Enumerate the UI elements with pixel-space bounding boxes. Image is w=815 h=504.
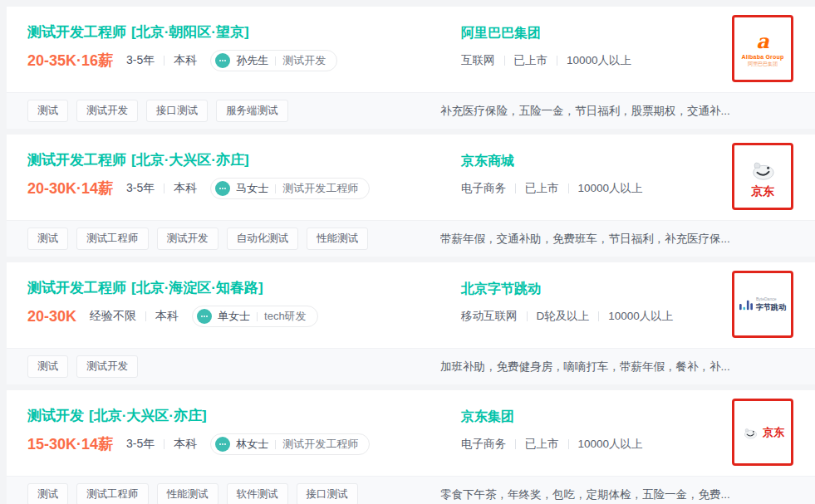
- recruiter-pill[interactable]: 马女士 测试开发工程师: [210, 178, 370, 199]
- divider: [557, 56, 557, 66]
- bytedance-logo-icon: ByteDance 字节跳动: [739, 296, 786, 313]
- company-logo-bytedance[interactable]: ByteDance 字节跳动: [732, 271, 793, 338]
- job-card[interactable]: 测试开发[北京·大兴区·亦庄] 15-30K·14薪 3-5年 本科 林女士 测…: [7, 390, 815, 504]
- skill-tag[interactable]: 测试: [27, 355, 68, 378]
- skill-tag[interactable]: 接口测试: [146, 100, 208, 122]
- job-title-link[interactable]: 测试开发[北京·大兴区·亦庄]: [27, 406, 461, 426]
- education-text: 本科: [174, 53, 197, 68]
- skill-tag[interactable]: 测试工程师: [76, 228, 149, 250]
- recruiter-pill[interactable]: 林女士 测试开发工程师: [210, 433, 370, 455]
- job-title: 测试开发工程师: [27, 24, 126, 40]
- job-location: [北京·大兴区·亦庄]: [89, 408, 207, 423]
- alibaba-logo-subtext: 阿里巴巴集团: [748, 61, 778, 66]
- company-size: 10000人以上: [567, 53, 631, 68]
- skill-tag[interactable]: 性能测试: [157, 483, 218, 504]
- education-text: 本科: [174, 181, 197, 196]
- benefits-text: 补充医疗保险，五险一金，节日福利，股票期权，交通补...: [440, 104, 815, 119]
- company-size: 10000人以上: [608, 309, 673, 324]
- divider: [568, 439, 569, 449]
- job-title-link[interactable]: 测试开发工程师[北京·朝阳区·望京]: [27, 22, 461, 42]
- divider: [275, 56, 276, 66]
- skill-tags: 测试 测试开发: [27, 355, 440, 378]
- divider: [145, 311, 146, 321]
- experience-text: 3-5年: [126, 181, 155, 196]
- salary-text: 20-30K·14薪: [27, 179, 113, 198]
- job-title-link[interactable]: 测试开发工程师[北京·海淀区·知春路]: [27, 278, 461, 298]
- salary-text: 20-30K: [27, 308, 76, 325]
- bytedance-logo-en-text: ByteDance: [756, 296, 776, 301]
- job-card[interactable]: 测试开发工程师[北京·大兴区·亦庄] 20-30K·14薪 3-5年 本科 马女…: [7, 135, 815, 257]
- education-text: 本科: [155, 309, 179, 324]
- job-location: [北京·海淀区·知春路]: [131, 280, 263, 296]
- company-industry: 电子商务: [461, 181, 506, 196]
- job-location: [北京·大兴区·亦庄]: [131, 152, 249, 168]
- jd-logo-icon: 京东: [741, 425, 784, 440]
- skill-tag[interactable]: 测试: [27, 228, 68, 250]
- skill-tags: 测试 测试工程师 测试开发 自动化测试 性能测试: [27, 228, 440, 250]
- company-stage: 已上市: [525, 437, 559, 452]
- benefits-text: 加班补助，免费健身房，嘀嘀打车，带薪年假，餐补，补...: [440, 360, 815, 374]
- skill-tag[interactable]: 测试开发: [76, 355, 138, 378]
- job-card[interactable]: 测试开发工程师[北京·朝阳区·望京] 20-35K·16薪 3-5年 本科 孙先…: [7, 7, 815, 129]
- recruiter-pill[interactable]: 孙先生 测试开发: [210, 50, 337, 71]
- skill-tag[interactable]: 性能测试: [307, 228, 368, 250]
- divider: [275, 440, 276, 449]
- skill-tag[interactable]: 软件测试: [227, 483, 288, 504]
- recruiter-name: 孙先生: [236, 53, 268, 68]
- company-stage: 已上市: [514, 53, 548, 68]
- company-name-link[interactable]: 京东集团: [461, 408, 514, 426]
- company-logo-alibaba[interactable]: a Alibaba Group 阿里巴巴集团: [732, 15, 793, 82]
- company-industry: 移动互联网: [461, 309, 518, 324]
- recruiter-avatar-icon: [215, 181, 230, 196]
- skill-tag[interactable]: 接口测试: [297, 483, 358, 504]
- skill-tag[interactable]: 测试工程师: [76, 483, 149, 504]
- company-name-link[interactable]: 北京字节跳动: [461, 280, 541, 298]
- company-stage: D轮及以上: [537, 309, 590, 324]
- skill-tag[interactable]: 测试: [27, 483, 68, 504]
- skill-tag[interactable]: 自动化测试: [227, 228, 299, 250]
- company-name-link[interactable]: 京东商城: [461, 152, 514, 170]
- company-logo-jd[interactable]: 京东: [732, 399, 793, 466]
- job-title-link[interactable]: 测试开发工程师[北京·大兴区·亦庄]: [27, 150, 461, 170]
- divider: [598, 311, 599, 321]
- divider: [275, 184, 276, 193]
- recruiter-name: 林女士: [236, 437, 268, 452]
- job-title: 测试开发工程师: [27, 280, 126, 296]
- recruiter-avatar-icon: [215, 437, 230, 452]
- salary-text: 15-30K·14薪: [27, 434, 113, 454]
- divider: [515, 183, 516, 193]
- jd-logo-text: 京东: [763, 425, 784, 440]
- skill-tag[interactable]: 测试: [27, 100, 68, 122]
- skill-tag[interactable]: 服务端测试: [216, 100, 288, 122]
- jd-logo-icon: 京东: [747, 157, 778, 197]
- skill-tag[interactable]: 测试开发: [157, 228, 218, 250]
- company-industry: 电子商务: [461, 437, 506, 452]
- alibaba-mark-icon: a: [756, 32, 769, 51]
- job-location: [北京·朝阳区·望京]: [131, 24, 249, 40]
- company-industry: 互联网: [461, 53, 495, 68]
- divider: [527, 311, 528, 321]
- company-logo-jd[interactable]: 京东: [732, 143, 793, 210]
- skill-tags: 测试 测试开发 接口测试 服务端测试: [27, 100, 440, 122]
- experience-text: 3-5年: [126, 437, 155, 452]
- recruiter-pill[interactable]: 单女士 tech研发: [192, 306, 318, 327]
- company-name-link[interactable]: 阿里巴巴集团: [461, 24, 541, 42]
- skill-tag[interactable]: 测试开发: [76, 100, 138, 122]
- skill-tags: 测试 测试工程师 性能测试 软件测试 接口测试: [27, 483, 440, 504]
- job-card[interactable]: 测试开发工程师[北京·海淀区·知春路] 20-30K 经验不限 本科 单女士 t…: [7, 262, 815, 384]
- recruiter-role: 测试开发: [282, 53, 326, 68]
- recruiter-role: tech研发: [264, 309, 307, 324]
- recruiter-name: 马女士: [236, 181, 268, 196]
- recruiter-role: 测试开发工程师: [282, 437, 358, 452]
- alibaba-logo-text: Alibaba Group: [742, 54, 784, 60]
- bytedance-bars-icon: [739, 298, 753, 311]
- company-size: 10000人以上: [578, 437, 643, 452]
- divider: [257, 312, 258, 321]
- salary-text: 20-35K·16薪: [27, 51, 113, 71]
- bytedance-logo-text: 字节跳动: [756, 302, 786, 313]
- experience-text: 3-5年: [126, 53, 155, 68]
- job-title: 测试开发工程师: [27, 152, 126, 168]
- divider: [504, 56, 505, 66]
- recruiter-avatar-icon: [215, 53, 230, 68]
- recruiter-avatar-icon: [197, 309, 212, 324]
